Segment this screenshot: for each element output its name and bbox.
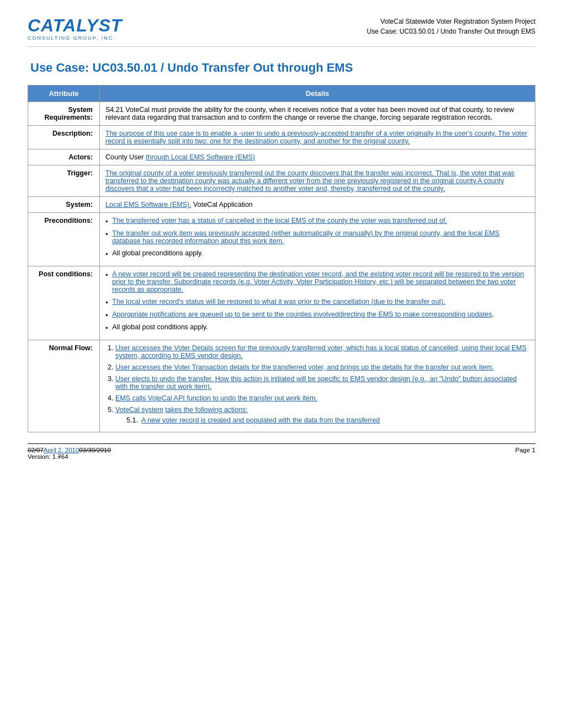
footer: 02/07April 2, 201003/30/2010 Page 1 Vers… (28, 443, 535, 460)
details-system: Local EMS Software (EMS). VoteCal Applic… (100, 197, 535, 213)
page-title: Use Case: UC03.50.01 / Undo Transfer Out… (30, 61, 535, 75)
date-strikethrough: 02/07 (28, 447, 44, 453)
main-table: Attribute Details SystemRequirements: S4… (28, 85, 535, 432)
details-system-requirements: S4.21 VoteCal must provide the ability f… (100, 102, 535, 126)
attr-actors: Actors: (28, 149, 100, 165)
header-line2: Use Case: UC03.50.01 / Undo Transfer Out… (367, 26, 535, 36)
attr-trigger: Trigger: (28, 165, 100, 197)
attr-description: Description: (28, 126, 100, 149)
header: CATALYST Consulting Group, Inc. VoteCal … (28, 17, 535, 47)
details-post-conditions: A new voter record will be created repre… (100, 266, 535, 340)
attr-preconditions: Preconditions: (28, 213, 100, 266)
col-details: Details (100, 85, 535, 102)
row-system-requirements: SystemRequirements: S4.21 VoteCal must p… (28, 102, 535, 126)
row-trigger: Trigger: The original county of a voter … (28, 165, 535, 197)
footer-version: Version: 1.764 (28, 453, 535, 460)
attr-post-conditions: Post conditions: (28, 266, 100, 340)
header-line1: VoteCal Statewide Voter Registration Sys… (367, 17, 535, 26)
row-post-conditions: Post conditions: A new voter record will… (28, 266, 535, 340)
attr-normal-flow: Normal Flow: (28, 340, 100, 432)
row-normal-flow: Normal Flow: User accesses the Voter Det… (28, 340, 535, 432)
details-preconditions: The transferred voter has a status of ca… (100, 213, 535, 266)
details-normal-flow: User accesses the Voter Details screen f… (100, 340, 535, 432)
logo-text: CATALYST (28, 17, 123, 34)
col-attribute: Attribute (28, 85, 100, 102)
row-actors: Actors: County User through Local EMS So… (28, 149, 535, 165)
row-system: System: Local EMS Software (EMS). VoteCa… (28, 197, 535, 213)
attr-system: System: (28, 197, 100, 213)
footer-page: Page 1 (516, 447, 535, 453)
page: CATALYST Consulting Group, Inc. VoteCal … (0, 0, 563, 728)
date-strikethrough2: 03/30/2010 (79, 447, 111, 453)
date-link: April 2, 2010 (44, 447, 79, 453)
attr-system-requirements: SystemRequirements: (28, 102, 100, 126)
logo-area: CATALYST Consulting Group, Inc. (28, 17, 123, 41)
details-description: The purpose of this use case is to enabl… (100, 126, 535, 149)
footer-date: 02/07April 2, 201003/30/2010 (28, 447, 111, 453)
details-trigger: The original county of a voter previousl… (100, 165, 535, 197)
row-description: Description: The purpose of this use cas… (28, 126, 535, 149)
row-preconditions: Preconditions: The transferred voter has… (28, 213, 535, 266)
header-right: VoteCal Statewide Voter Registration Sys… (367, 17, 535, 36)
details-actors: County User through Local EMS Software (… (100, 149, 535, 165)
logo-sub: Consulting Group, Inc. (28, 35, 123, 41)
